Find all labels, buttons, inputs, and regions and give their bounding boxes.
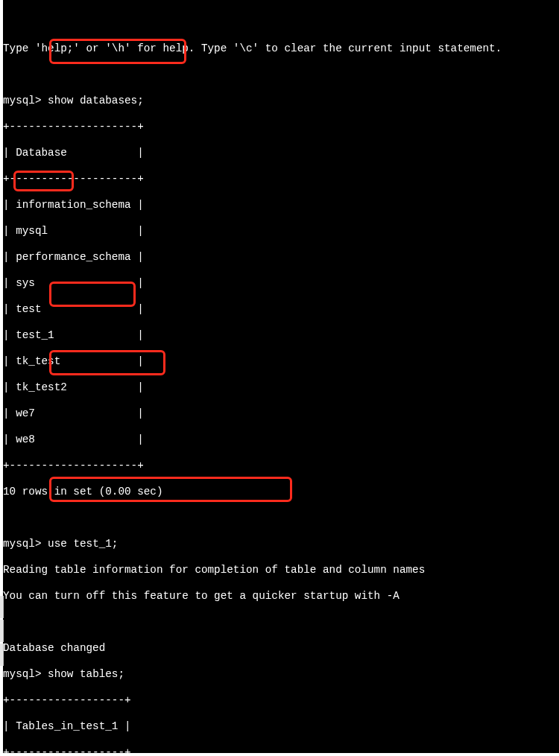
- help-text: Type 'help;' or '\h' for help. Type '\c'…: [3, 42, 559, 56]
- terminal-window[interactable]: Type 'help;' or '\h' for help. Type '\c'…: [3, 0, 559, 753]
- info-line: Reading table information for completion…: [3, 564, 559, 577]
- prompt-line[interactable]: mysql> show tables;: [3, 668, 559, 682]
- rows-summary: 10 rows in set (0.00 sec): [3, 486, 559, 499]
- table-header: | Database |: [3, 147, 559, 160]
- db-row-test1: | test_1 |: [3, 329, 559, 343]
- left-strip: [0, 620, 4, 642]
- db-row: | mysql |: [3, 225, 559, 238]
- empty-line: [3, 69, 559, 82]
- table-border: +--------------------+: [3, 460, 559, 473]
- db-changed: Database changed: [3, 642, 559, 655]
- db-row: | tk_test |: [3, 355, 559, 369]
- table-header: | Tables_in_test_1 |: [3, 720, 559, 734]
- prompt: mysql>: [3, 538, 41, 550]
- table-border: +--------------------+: [3, 173, 559, 186]
- left-strip: [0, 596, 4, 618]
- db-row: | sys |: [3, 277, 559, 290]
- left-strip: [0, 644, 4, 666]
- prompt-line[interactable]: mysql> show databases;: [3, 95, 559, 108]
- db-row: | we8 |: [3, 433, 559, 447]
- table-border: +------------------+: [3, 746, 559, 754]
- info-line: You can turn off this feature to get a q…: [3, 590, 559, 603]
- prompt: mysql>: [3, 95, 41, 107]
- command-show-tables: show tables;: [48, 668, 124, 680]
- db-row: | performance_schema |: [3, 251, 559, 264]
- prompt-line[interactable]: mysql> use test_1;: [3, 538, 559, 551]
- table-border: +------------------+: [3, 694, 559, 708]
- empty-line: [3, 16, 559, 30]
- command-use-test1: use test_1;: [48, 538, 118, 550]
- command-show-databases: show databases;: [48, 95, 144, 107]
- table-border: +--------------------+: [3, 121, 559, 134]
- db-row: | information_schema |: [3, 199, 559, 212]
- empty-line: [3, 512, 559, 525]
- empty-line: [3, 616, 559, 629]
- db-row: | test |: [3, 303, 559, 317]
- db-row: | tk_test2 |: [3, 381, 559, 395]
- db-row: | we7 |: [3, 407, 559, 421]
- prompt: mysql>: [3, 668, 41, 680]
